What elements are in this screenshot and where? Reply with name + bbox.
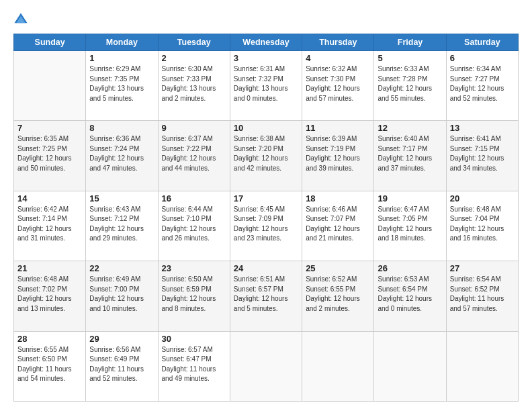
- day-number: 29: [89, 334, 154, 344]
- page: SundayMondayTuesdayWednesdayThursdayFrid…: [0, 0, 532, 411]
- calendar-cell: [230, 331, 302, 401]
- cell-info: Sunrise: 6:49 AM Sunset: 7:00 PM Dayligh…: [89, 275, 154, 314]
- calendar-cell: 16Sunrise: 6:44 AM Sunset: 7:10 PM Dayli…: [158, 191, 230, 261]
- cell-info: Sunrise: 6:31 AM Sunset: 7:32 PM Dayligh…: [234, 64, 298, 103]
- cell-info: Sunrise: 6:44 AM Sunset: 7:10 PM Dayligh…: [162, 205, 226, 244]
- calendar-header-row: SundayMondayTuesdayWednesdayThursdayFrid…: [14, 34, 519, 51]
- calendar-cell: 3Sunrise: 6:31 AM Sunset: 7:32 PM Daylig…: [230, 51, 302, 121]
- day-header-sunday: Sunday: [14, 34, 86, 51]
- day-number: 5: [378, 53, 442, 63]
- calendar-cell: 27Sunrise: 6:54 AM Sunset: 6:52 PM Dayli…: [446, 261, 518, 331]
- day-number: 2: [162, 53, 226, 63]
- day-number: 13: [450, 123, 515, 133]
- cell-info: Sunrise: 6:54 AM Sunset: 6:52 PM Dayligh…: [450, 275, 515, 314]
- cell-info: Sunrise: 6:56 AM Sunset: 6:49 PM Dayligh…: [89, 345, 154, 384]
- header: [13, 12, 519, 27]
- calendar-cell: 24Sunrise: 6:51 AM Sunset: 6:57 PM Dayli…: [230, 261, 302, 331]
- calendar-cell: 23Sunrise: 6:50 AM Sunset: 6:59 PM Dayli…: [158, 261, 230, 331]
- calendar-cell: [374, 331, 446, 401]
- calendar-week-row: 1Sunrise: 6:29 AM Sunset: 7:35 PM Daylig…: [14, 51, 519, 121]
- cell-info: Sunrise: 6:33 AM Sunset: 7:28 PM Dayligh…: [378, 64, 442, 103]
- day-number: 4: [306, 53, 370, 63]
- calendar-cell: 13Sunrise: 6:41 AM Sunset: 7:15 PM Dayli…: [446, 121, 518, 191]
- cell-info: Sunrise: 6:52 AM Sunset: 6:55 PM Dayligh…: [306, 275, 370, 314]
- day-header-tuesday: Tuesday: [158, 34, 230, 51]
- logo-icon: [13, 12, 28, 27]
- cell-info: Sunrise: 6:45 AM Sunset: 7:09 PM Dayligh…: [234, 205, 298, 244]
- day-number: 21: [17, 263, 82, 273]
- calendar-cell: 22Sunrise: 6:49 AM Sunset: 7:00 PM Dayli…: [86, 261, 158, 331]
- calendar-cell: 11Sunrise: 6:39 AM Sunset: 7:19 PM Dayli…: [302, 121, 374, 191]
- cell-info: Sunrise: 6:48 AM Sunset: 7:02 PM Dayligh…: [17, 275, 82, 314]
- day-number: 11: [306, 123, 370, 133]
- day-number: 3: [234, 53, 298, 63]
- cell-info: Sunrise: 6:32 AM Sunset: 7:30 PM Dayligh…: [306, 64, 370, 103]
- cell-info: Sunrise: 6:55 AM Sunset: 6:50 PM Dayligh…: [17, 345, 82, 384]
- calendar-week-row: 14Sunrise: 6:42 AM Sunset: 7:14 PM Dayli…: [14, 191, 519, 261]
- day-header-monday: Monday: [86, 34, 158, 51]
- calendar-cell: 21Sunrise: 6:48 AM Sunset: 7:02 PM Dayli…: [14, 261, 86, 331]
- day-number: 9: [162, 123, 226, 133]
- day-number: 26: [378, 263, 442, 273]
- cell-info: Sunrise: 6:34 AM Sunset: 7:27 PM Dayligh…: [450, 64, 515, 103]
- calendar-cell: 4Sunrise: 6:32 AM Sunset: 7:30 PM Daylig…: [302, 51, 374, 121]
- day-number: 18: [306, 193, 370, 203]
- cell-info: Sunrise: 6:50 AM Sunset: 6:59 PM Dayligh…: [162, 275, 226, 314]
- calendar-cell: 19Sunrise: 6:47 AM Sunset: 7:05 PM Dayli…: [374, 191, 446, 261]
- calendar-cell: 30Sunrise: 6:57 AM Sunset: 6:47 PM Dayli…: [158, 331, 230, 401]
- day-header-wednesday: Wednesday: [230, 34, 302, 51]
- day-header-friday: Friday: [374, 34, 446, 51]
- day-header-saturday: Saturday: [446, 34, 518, 51]
- day-number: 28: [17, 334, 82, 344]
- calendar-cell: 14Sunrise: 6:42 AM Sunset: 7:14 PM Dayli…: [14, 191, 86, 261]
- calendar-cell: 1Sunrise: 6:29 AM Sunset: 7:35 PM Daylig…: [86, 51, 158, 121]
- calendar-cell: 12Sunrise: 6:40 AM Sunset: 7:17 PM Dayli…: [374, 121, 446, 191]
- calendar-cell: 20Sunrise: 6:48 AM Sunset: 7:04 PM Dayli…: [446, 191, 518, 261]
- cell-info: Sunrise: 6:36 AM Sunset: 7:24 PM Dayligh…: [89, 134, 154, 173]
- cell-info: Sunrise: 6:46 AM Sunset: 7:07 PM Dayligh…: [306, 205, 370, 244]
- calendar-cell: 9Sunrise: 6:37 AM Sunset: 7:22 PM Daylig…: [158, 121, 230, 191]
- cell-info: Sunrise: 6:51 AM Sunset: 6:57 PM Dayligh…: [234, 275, 298, 314]
- day-number: 25: [306, 263, 370, 273]
- cell-info: Sunrise: 6:35 AM Sunset: 7:25 PM Dayligh…: [17, 134, 82, 173]
- cell-info: Sunrise: 6:42 AM Sunset: 7:14 PM Dayligh…: [17, 205, 82, 244]
- calendar-cell: 15Sunrise: 6:43 AM Sunset: 7:12 PM Dayli…: [86, 191, 158, 261]
- day-number: 14: [17, 193, 82, 203]
- day-number: 22: [89, 263, 154, 273]
- day-number: 15: [89, 193, 154, 203]
- day-number: 8: [89, 123, 154, 133]
- cell-info: Sunrise: 6:48 AM Sunset: 7:04 PM Dayligh…: [450, 205, 515, 244]
- cell-info: Sunrise: 6:43 AM Sunset: 7:12 PM Dayligh…: [89, 205, 154, 244]
- day-number: 24: [234, 263, 298, 273]
- day-number: 10: [234, 123, 298, 133]
- day-number: 30: [162, 334, 226, 344]
- cell-info: Sunrise: 6:37 AM Sunset: 7:22 PM Dayligh…: [162, 134, 226, 173]
- calendar-week-row: 7Sunrise: 6:35 AM Sunset: 7:25 PM Daylig…: [14, 121, 519, 191]
- calendar-cell: 2Sunrise: 6:30 AM Sunset: 7:33 PM Daylig…: [158, 51, 230, 121]
- cell-info: Sunrise: 6:41 AM Sunset: 7:15 PM Dayligh…: [450, 134, 515, 173]
- day-number: 7: [17, 123, 82, 133]
- day-number: 23: [162, 263, 226, 273]
- day-number: 17: [234, 193, 298, 203]
- cell-info: Sunrise: 6:39 AM Sunset: 7:19 PM Dayligh…: [306, 134, 370, 173]
- cell-info: Sunrise: 6:38 AM Sunset: 7:20 PM Dayligh…: [234, 134, 298, 173]
- cell-info: Sunrise: 6:53 AM Sunset: 6:54 PM Dayligh…: [378, 275, 442, 314]
- calendar-cell: 17Sunrise: 6:45 AM Sunset: 7:09 PM Dayli…: [230, 191, 302, 261]
- day-number: 20: [450, 193, 515, 203]
- cell-info: Sunrise: 6:47 AM Sunset: 7:05 PM Dayligh…: [378, 205, 442, 244]
- calendar-cell: 29Sunrise: 6:56 AM Sunset: 6:49 PM Dayli…: [86, 331, 158, 401]
- calendar-cell: [302, 331, 374, 401]
- day-number: 16: [162, 193, 226, 203]
- calendar-cell: 18Sunrise: 6:46 AM Sunset: 7:07 PM Dayli…: [302, 191, 374, 261]
- day-number: 19: [378, 193, 442, 203]
- day-number: 1: [89, 53, 154, 63]
- calendar-cell: [14, 51, 86, 121]
- logo: [13, 12, 31, 27]
- cell-info: Sunrise: 6:29 AM Sunset: 7:35 PM Dayligh…: [89, 64, 154, 103]
- day-number: 12: [378, 123, 442, 133]
- calendar-cell: 5Sunrise: 6:33 AM Sunset: 7:28 PM Daylig…: [374, 51, 446, 121]
- calendar-cell: 6Sunrise: 6:34 AM Sunset: 7:27 PM Daylig…: [446, 51, 518, 121]
- calendar-cell: 8Sunrise: 6:36 AM Sunset: 7:24 PM Daylig…: [86, 121, 158, 191]
- cell-info: Sunrise: 6:40 AM Sunset: 7:17 PM Dayligh…: [378, 134, 442, 173]
- calendar-week-row: 21Sunrise: 6:48 AM Sunset: 7:02 PM Dayli…: [14, 261, 519, 331]
